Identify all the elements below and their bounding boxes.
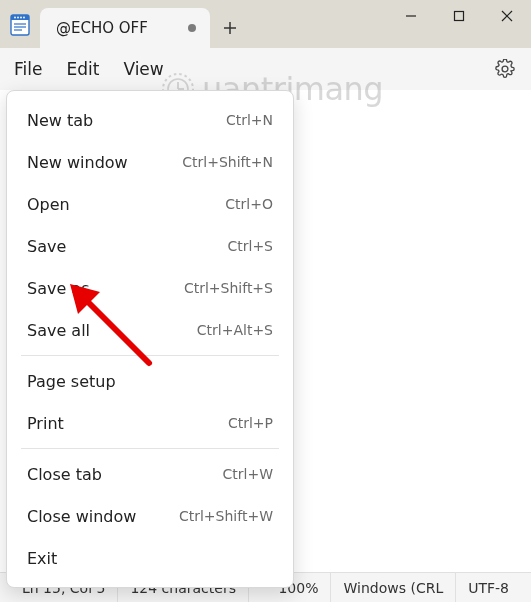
svg-point-3 [17, 17, 19, 19]
gear-icon [495, 59, 515, 79]
menu-item-shortcut: Ctrl+Shift+S [184, 280, 273, 296]
svg-point-2 [14, 17, 16, 19]
menu-item-label: Close tab [27, 465, 223, 484]
menu-item-shortcut: Ctrl+Shift+N [182, 154, 273, 170]
menu-item-shortcut: Ctrl+O [225, 196, 273, 212]
menu-item-label: Print [27, 414, 228, 433]
menu-item-label: New tab [27, 111, 226, 130]
menu-separator [21, 355, 279, 356]
menu-item-shortcut: Ctrl+P [228, 415, 273, 431]
menu-item-exit[interactable]: Exit [11, 537, 289, 579]
svg-rect-12 [455, 12, 464, 21]
menu-item-open[interactable]: Open Ctrl+O [11, 183, 289, 225]
menu-item-save[interactable]: Save Ctrl+S [11, 225, 289, 267]
document-tab[interactable]: @ECHO OFF [40, 8, 210, 48]
menu-item-shortcut: Ctrl+N [226, 112, 273, 128]
close-button[interactable] [483, 0, 531, 32]
minimize-icon [405, 10, 417, 22]
menu-item-label: Save as [27, 279, 184, 298]
menu-item-label: Save all [27, 321, 197, 340]
svg-point-4 [20, 17, 22, 19]
menu-item-label: Open [27, 195, 225, 214]
menu-item-new-tab[interactable]: New tab Ctrl+N [11, 99, 289, 141]
menu-item-label: Exit [27, 549, 273, 568]
maximize-button[interactable] [435, 0, 483, 32]
menu-item-label: New window [27, 153, 182, 172]
minimize-button[interactable] [387, 0, 435, 32]
plus-icon [223, 21, 237, 35]
menu-item-shortcut: Ctrl+Alt+S [197, 322, 273, 338]
menu-view[interactable]: View [123, 59, 163, 79]
menu-item-close-tab[interactable]: Close tab Ctrl+W [11, 453, 289, 495]
menu-item-shortcut: Ctrl+W [223, 466, 273, 482]
new-tab-button[interactable] [210, 8, 250, 48]
menu-item-print[interactable]: Print Ctrl+P [11, 402, 289, 444]
close-icon [501, 10, 513, 22]
unsaved-indicator-icon [188, 24, 196, 32]
menu-item-label: Close window [27, 507, 179, 526]
svg-point-5 [23, 17, 25, 19]
menubar: File Edit View [0, 48, 531, 90]
status-line-ending[interactable]: Windows (CRL [331, 573, 456, 602]
menu-item-close-window[interactable]: Close window Ctrl+Shift+W [11, 495, 289, 537]
menu-item-label: Save [27, 237, 227, 256]
menu-item-shortcut: Ctrl+Shift+W [179, 508, 273, 524]
menu-item-save-all[interactable]: Save all Ctrl+Alt+S [11, 309, 289, 351]
menu-item-label: Page setup [27, 372, 273, 391]
maximize-icon [453, 10, 465, 22]
menu-file[interactable]: File [14, 59, 42, 79]
app-icon [0, 0, 40, 36]
file-menu-dropdown: New tab Ctrl+N New window Ctrl+Shift+N O… [6, 90, 294, 588]
menu-item-save-as[interactable]: Save as Ctrl+Shift+S [11, 267, 289, 309]
status-encoding[interactable]: UTF-8 [456, 573, 521, 602]
menu-edit[interactable]: Edit [66, 59, 99, 79]
window-controls [387, 0, 531, 32]
menu-item-page-setup[interactable]: Page setup [11, 360, 289, 402]
menu-item-new-window[interactable]: New window Ctrl+Shift+N [11, 141, 289, 183]
tab-title: @ECHO OFF [56, 19, 148, 37]
svg-rect-1 [11, 15, 29, 20]
settings-button[interactable] [493, 57, 517, 81]
menu-separator [21, 448, 279, 449]
titlebar: @ECHO OFF [0, 0, 531, 48]
menu-item-shortcut: Ctrl+S [227, 238, 273, 254]
